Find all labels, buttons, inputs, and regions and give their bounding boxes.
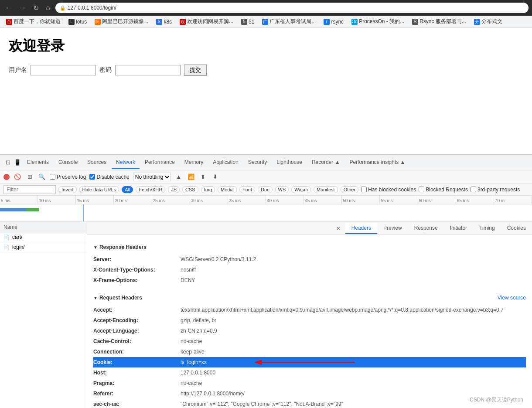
- bookmark-label: 51: [249, 19, 254, 25]
- throttle-select[interactable]: No throttling: [133, 173, 171, 181]
- download-button[interactable]: ⬇: [211, 173, 220, 181]
- filter-all[interactable]: All: [122, 186, 133, 193]
- username-input[interactable]: [31, 65, 96, 75]
- back-button[interactable]: ←: [3, 3, 14, 13]
- third-party-label[interactable]: 3rd-party requests: [471, 187, 520, 193]
- bookmark-rsync2[interactable]: R Rsync 服务部署与...: [409, 17, 469, 26]
- filter-wasm[interactable]: Wasm: [291, 186, 311, 193]
- ruler-60ms: 60 ms: [418, 196, 456, 204]
- device-toolbar-button[interactable]: 📱: [13, 158, 22, 167]
- detail-tab-timing[interactable]: Timing: [473, 223, 501, 234]
- tab-application[interactable]: Application: [208, 156, 243, 169]
- filter-input[interactable]: [3, 185, 56, 194]
- cookie-row-container: Cookie: is_login=xx: [93, 357, 526, 367]
- filter-toggle-button[interactable]: ⊞: [25, 173, 34, 181]
- filter-media[interactable]: Media: [218, 186, 237, 193]
- header-sec-ch-ua: sec-ch-ua: "Chromium";v="112", "Google C…: [93, 399, 526, 408]
- filter-img[interactable]: Img: [201, 186, 215, 193]
- timeline-bar-scripting: [26, 208, 39, 211]
- filter-invert[interactable]: Invert: [58, 186, 77, 193]
- filter-doc[interactable]: Doc: [258, 186, 273, 193]
- preserve-log-checkbox-label[interactable]: Preserve log: [50, 174, 86, 180]
- filter-fetch-xhr[interactable]: Fetch/XHR: [136, 186, 165, 193]
- detail-tab-initiator[interactable]: Initiator: [444, 223, 473, 234]
- blocked-requests-label[interactable]: Blocked Requests: [419, 187, 468, 193]
- clear-button[interactable]: 🚫: [13, 173, 22, 181]
- detail-tab-headers[interactable]: Headers: [345, 223, 377, 234]
- ruler-50ms: 50 ms: [342, 196, 380, 204]
- inspect-element-button[interactable]: ⊡: [3, 158, 12, 167]
- third-party-checkbox[interactable]: [471, 187, 476, 192]
- bookmark-distributed[interactable]: 分 分布式文: [471, 17, 505, 26]
- filter-font[interactable]: Font: [239, 186, 255, 193]
- blocked-requests-checkbox[interactable]: [419, 187, 424, 192]
- tab-performance[interactable]: Performance: [140, 156, 179, 169]
- bookmark-label: 百度一下，你就知道: [14, 18, 61, 25]
- collapse-triangle-request[interactable]: ▼: [93, 295, 98, 301]
- bookmark-netease[interactable]: 欢 欢迎访问网易开源...: [177, 17, 236, 26]
- header-referer: Referer: http://127.0.0.1:8000/home/: [93, 388, 526, 399]
- header-connection: Connection: keep-alive: [93, 347, 526, 357]
- has-blocked-cookies-label[interactable]: Has blocked cookies: [361, 187, 416, 193]
- request-item-login[interactable]: 📄 login/: [0, 242, 87, 252]
- bookmark-guangdong[interactable]: 广 广东省人事考试局...: [259, 17, 318, 26]
- has-blocked-cookies-checkbox[interactable]: [361, 187, 367, 192]
- filter-css[interactable]: CSS: [182, 186, 198, 193]
- bookmark-processon[interactable]: On ProcessOn - 我的...: [349, 17, 407, 26]
- request-name-login: login/: [12, 244, 25, 250]
- detail-close-button[interactable]: ✕: [331, 225, 345, 232]
- tab-memory[interactable]: Memory: [180, 156, 208, 169]
- detail-tab-cookies[interactable]: Cookies: [501, 223, 532, 234]
- filter-other[interactable]: Other: [341, 186, 359, 193]
- bookmark-51[interactable]: 5 51: [239, 18, 257, 26]
- filter-manifest[interactable]: Manifest: [314, 186, 338, 193]
- disable-cache-checkbox[interactable]: [89, 174, 95, 180]
- bookmark-baidu[interactable]: 百 百度一下，你就知道: [3, 17, 63, 26]
- address-bar[interactable]: 🔒 127.0.0.1:8000/login/: [55, 3, 529, 13]
- header-name-sec-ch-ua: sec-ch-ua:: [93, 400, 181, 408]
- bookmark-rsync[interactable]: r rsync: [321, 18, 346, 26]
- export-button[interactable]: ⬆: [199, 173, 208, 181]
- tab-sources[interactable]: Sources: [83, 156, 111, 169]
- view-source-button[interactable]: View source: [498, 294, 526, 302]
- record-button[interactable]: [3, 174, 10, 180]
- bookmark-label: rsync: [331, 19, 344, 25]
- filter-js[interactable]: JS: [168, 186, 180, 193]
- timeline-cursor: [83, 204, 84, 222]
- bookmark-k8s[interactable]: k k8s: [153, 18, 174, 26]
- tab-perf-insights[interactable]: Performance insights ▲: [345, 156, 410, 169]
- tab-network[interactable]: Network: [112, 156, 140, 169]
- requests-list: Name 📄 cart/ 📄 login/: [0, 222, 87, 408]
- preserve-log-checkbox[interactable]: [50, 174, 55, 180]
- bookmark-lotus[interactable]: L lotus: [66, 18, 89, 26]
- home-button[interactable]: ⌂: [44, 3, 52, 13]
- password-input[interactable]: [115, 65, 181, 75]
- wifi-button[interactable]: 📶: [187, 173, 195, 181]
- header-name-x-frame: X-Frame-Options:: [93, 276, 181, 284]
- forward-button[interactable]: →: [17, 3, 28, 13]
- header-accept: Accept: text/html,application/xhtml+xml,…: [93, 305, 526, 315]
- tab-console[interactable]: Console: [54, 156, 82, 169]
- bookmark-alibaba[interactable]: 阿 阿里巴巴开源镜像...: [92, 17, 151, 26]
- header-name-connection: Connection:: [93, 348, 181, 356]
- import-button[interactable]: ▲: [174, 173, 183, 181]
- collapse-triangle[interactable]: ▼: [93, 244, 98, 251]
- filter-ws[interactable]: WS: [275, 186, 289, 193]
- tab-recorder[interactable]: Recorder ▲: [307, 156, 344, 169]
- detail-tab-preview[interactable]: Preview: [377, 223, 408, 234]
- tab-elements[interactable]: Elements: [23, 156, 53, 169]
- filter-hide-data-urls[interactable]: Hide data URLs: [79, 186, 119, 193]
- header-name-accept-language: Accept-Language:: [93, 327, 181, 335]
- header-x-frame-options: X-Frame-Options: DENY: [93, 275, 526, 286]
- tab-lighthouse[interactable]: Lighthouse: [272, 156, 307, 169]
- ruler-20ms: 20 ms: [114, 196, 152, 204]
- reload-button[interactable]: ↻: [31, 3, 41, 13]
- search-button[interactable]: 🔍: [38, 173, 46, 181]
- tab-security[interactable]: Security: [244, 156, 271, 169]
- disable-cache-checkbox-label[interactable]: Disable cache: [89, 174, 129, 180]
- header-value-pragma: no-cache: [181, 379, 202, 387]
- submit-button[interactable]: 提交: [184, 65, 207, 76]
- request-item-cart[interactable]: 📄 cart/: [0, 232, 87, 242]
- ruler-10ms: 10 ms: [38, 196, 76, 204]
- detail-tab-response[interactable]: Response: [408, 223, 444, 234]
